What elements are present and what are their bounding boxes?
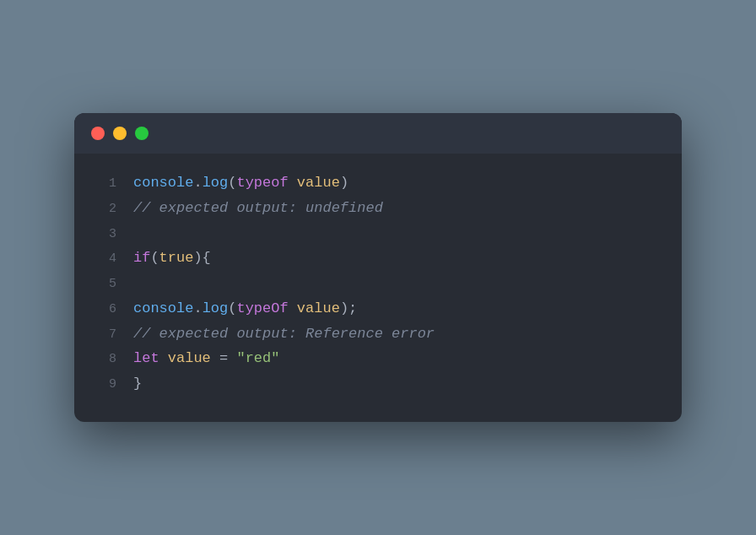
line-content <box>133 221 665 246</box>
line-content: console.log(typeof value) <box>133 170 665 196</box>
line-content: // expected output: Reference error <box>133 322 665 347</box>
line-number: 9 <box>91 374 116 396</box>
line-content: let value = "red" <box>133 346 665 371</box>
code-token: = <box>211 350 237 366</box>
line-number: 1 <box>91 173 116 195</box>
code-token: value <box>297 300 340 316</box>
code-token: ( <box>228 175 236 191</box>
code-token <box>289 175 297 191</box>
code-token: if <box>133 250 150 266</box>
code-token <box>159 350 168 366</box>
code-token: console <box>133 175 193 191</box>
code-token: value <box>297 175 340 191</box>
code-line: 1console.log(typeof value) <box>91 170 665 196</box>
code-line: 7 // expected output: Reference error <box>91 322 665 347</box>
title-bar <box>74 113 682 154</box>
minimize-button[interactable] <box>113 127 127 140</box>
line-content: // expected output: undefined <box>133 196 665 221</box>
line-number: 8 <box>91 349 116 370</box>
code-token: ) <box>340 175 348 191</box>
code-token: console <box>133 300 193 316</box>
code-line: 8 let value = "red" <box>91 346 665 371</box>
code-token: ); <box>340 300 357 316</box>
maximize-button[interactable] <box>135 127 148 140</box>
code-token: value <box>168 350 211 366</box>
line-content <box>133 271 665 296</box>
code-token: log <box>202 175 229 191</box>
code-token: // expected output: Reference error <box>133 326 435 342</box>
code-token <box>289 300 297 316</box>
line-content: if(true){ <box>133 246 665 271</box>
line-number: 3 <box>91 224 116 246</box>
line-number: 7 <box>91 324 116 346</box>
code-token: . <box>193 175 202 191</box>
line-number: 5 <box>91 273 116 295</box>
line-number: 2 <box>91 198 116 220</box>
code-line: 6 console.log(typeOf value); <box>91 296 665 322</box>
close-button[interactable] <box>91 127 105 140</box>
code-token: typeOf <box>236 300 288 316</box>
code-line: 5 <box>91 271 665 296</box>
code-token: log <box>202 300 229 316</box>
code-token: . <box>193 300 202 316</box>
code-token: ){ <box>193 250 210 266</box>
code-token: "red" <box>236 350 279 366</box>
code-token: // expected output: undefined <box>133 200 383 216</box>
code-token: true <box>159 250 194 266</box>
code-token: ( <box>228 300 236 316</box>
code-token: ( <box>150 250 159 266</box>
code-line: 9} <box>91 371 665 397</box>
line-number: 6 <box>91 299 116 321</box>
code-window: 1console.log(typeof value)2// expected o… <box>74 113 682 422</box>
code-token: let <box>133 350 159 366</box>
code-line: 3 <box>91 221 665 246</box>
code-token: } <box>133 376 142 392</box>
line-number: 4 <box>91 248 116 270</box>
line-content: } <box>133 371 665 397</box>
code-token: typeof <box>236 175 288 191</box>
code-line: 2// expected output: undefined <box>91 196 665 221</box>
line-content: console.log(typeOf value); <box>133 296 665 322</box>
code-editor: 1console.log(typeof value)2// expected o… <box>74 154 682 422</box>
code-line: 4if(true){ <box>91 246 665 271</box>
